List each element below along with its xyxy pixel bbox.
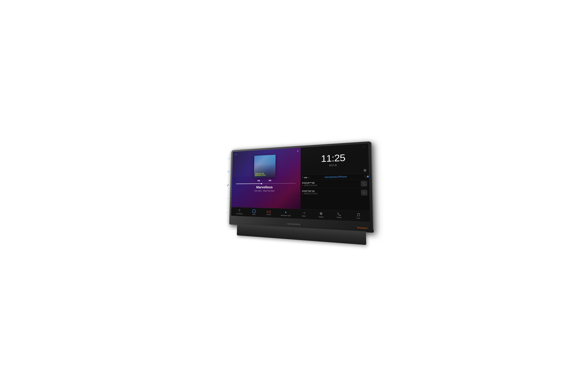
clock-time: 11:25 xyxy=(321,152,345,164)
missed-icon-1: ↙ xyxy=(302,185,303,186)
album-text: DAN ALLEN MARVELLOUS xyxy=(255,172,274,176)
nav-item-aux[interactable]: 🎵 AUX xyxy=(353,212,364,220)
brand-carrozzeria: carrozzeria xyxy=(287,223,300,226)
album-line2: MARVELLOUS xyxy=(255,174,274,176)
call-date-2: 20/05/12 17:28:22 xyxy=(304,193,317,195)
setting-icon: ⚙ xyxy=(319,211,322,215)
alexa-icon: ○ xyxy=(252,209,256,213)
phone-label: Phone xyxy=(337,216,341,218)
screen-content: ◁◁ ▶ DAN ALLEN MARVELLO xyxy=(231,143,370,222)
fmam-label: FM/AM xyxy=(267,214,271,216)
alexa-label: Alexa xyxy=(252,213,255,215)
grid-button[interactable]: ⊞ xyxy=(227,170,229,173)
signal-icon: ▮▮▮ xyxy=(304,176,307,178)
connectivity-label: Connectivity xyxy=(236,213,243,215)
device-body: ◁◁ ▶ DAN ALLEN MARVELLO xyxy=(229,141,374,233)
left-controls: ◁◁ ⊞ 🎤 + − xyxy=(226,157,230,214)
call-entry-1: 0*0216***49 ↙ 20/05/13 10:35:45 📞 xyxy=(302,179,367,188)
nav-item-bluetooth-audio[interactable]: ✦ Bluetooth Audio xyxy=(279,210,292,217)
device-side xyxy=(371,143,374,230)
phone-name: carrozzeriaのiPhone xyxy=(324,175,347,178)
dial-icon-1: 📞 xyxy=(362,182,365,185)
volume-up-button[interactable]: + xyxy=(227,197,228,200)
missed-icon-2: ↙ xyxy=(302,193,303,194)
back-button[interactable]: ◁◁ xyxy=(227,157,230,160)
music-source-icon: ◁◁ xyxy=(234,153,237,155)
call-date-1: 20/05/13 10:35:45 xyxy=(304,185,317,186)
album-art: DAN ALLEN MARVELLOUS xyxy=(254,155,275,178)
setting-label: Setting xyxy=(318,216,323,218)
phone-status-row: ✦ ▮▮▮ ▭ xyxy=(302,176,309,178)
top-section: ◁◁ ▶ DAN ALLEN MARVELLO xyxy=(231,143,370,211)
aux-label: AUX xyxy=(357,217,360,219)
progress-thumb xyxy=(261,183,262,184)
phone-call-icon: 📞 xyxy=(364,175,367,178)
connectivity-icon: 📱 xyxy=(238,209,241,212)
nav-item-alexa[interactable]: ○ Alexa xyxy=(250,209,258,216)
connected-indicator xyxy=(367,176,369,177)
clock-icon: 🕐 xyxy=(363,169,366,172)
call-meta-1: ↙ 20/05/13 10:35:45 xyxy=(302,184,361,186)
hdmi-icon: ⊣ xyxy=(302,211,305,215)
next-button[interactable]: ⏭ xyxy=(269,178,272,182)
nav-item-fmam[interactable]: ((·)) FM/AM xyxy=(264,209,273,216)
bluetooth-status-icon: ✦ xyxy=(302,176,303,178)
battery-icon: ▭ xyxy=(308,176,309,178)
phone-header: ✦ ▮▮▮ ▭ carrozzeriaのiPhone 📞 xyxy=(302,175,367,179)
dial-icon-2: 📞 xyxy=(362,191,366,194)
clock-panel: ⋯ 🕐 11:25 5/13 水 xyxy=(300,143,369,175)
fmam-icon: ((·)) xyxy=(267,210,271,213)
call-button-2[interactable]: 📞 xyxy=(361,189,367,195)
track-info: Marvellous Dan Allen - Make My Mark xyxy=(233,185,298,192)
call-info-1: 0*0216***49 ↙ 20/05/13 10:35:45 xyxy=(302,181,361,186)
bluetooth-audio-icon: ✦ xyxy=(284,210,287,214)
right-panel: ⋯ 🕐 11:25 5/13 水 ✦ ▮▮▮ ▭ xyxy=(300,143,370,211)
brand-pioneer: Pioneer xyxy=(357,226,368,229)
prev-button[interactable]: ⏮ xyxy=(257,179,260,182)
mic-button[interactable]: 🎤 xyxy=(227,184,229,186)
play-mode-icon: ▶ xyxy=(297,150,299,152)
call-number-1: 0*0216***49 xyxy=(302,181,361,184)
call-number-2: 0*03**91*16 xyxy=(302,190,361,193)
call-entry-2: 0*03**91*16 ↙ 20/05/12 17:28:22 📞 xyxy=(302,188,367,197)
nav-item-hdmi[interactable]: ⊣ HDMI xyxy=(299,210,309,218)
hdmi-label: HDMI xyxy=(302,215,306,217)
clock-date: 5/13 水 xyxy=(329,164,337,167)
nav-item-connectivity[interactable]: 📱 Connectivity xyxy=(235,208,244,215)
screen-bezel: ◁◁ ▶ DAN ALLEN MARVELLO xyxy=(231,143,370,222)
track-title: Marvellous xyxy=(233,185,298,189)
phone-nav-icon: 📞 xyxy=(337,212,341,216)
call-info-2: 0*03**91*16 ↙ 20/05/12 17:28:22 xyxy=(302,190,361,195)
volume-down-button[interactable]: − xyxy=(226,211,228,214)
phone-panel: ✦ ▮▮▮ ▭ carrozzeriaのiPhone 📞 xyxy=(300,173,370,211)
car-stereo-device: ◁◁ ▶ DAN ALLEN MARVELLO xyxy=(223,146,365,239)
call-meta-2: ↙ 20/05/12 17:28:22 xyxy=(302,193,361,195)
aux-icon: 🎵 xyxy=(356,213,360,217)
bluetooth-audio-label: Bluetooth Audio xyxy=(281,214,291,216)
nav-item-phone[interactable]: 📞 Phone xyxy=(334,211,345,219)
call-button-1[interactable]: 📞 xyxy=(361,181,367,187)
grid-icon: ⋯ xyxy=(363,145,366,148)
track-subtitle: Dan Allen - Make My Mark xyxy=(233,190,298,192)
nav-item-setting[interactable]: ⚙ Setting xyxy=(316,211,326,219)
album-art-container: DAN ALLEN MARVELLOUS xyxy=(233,154,299,178)
music-panel: ◁◁ ▶ DAN ALLEN MARVELLO xyxy=(231,148,300,209)
